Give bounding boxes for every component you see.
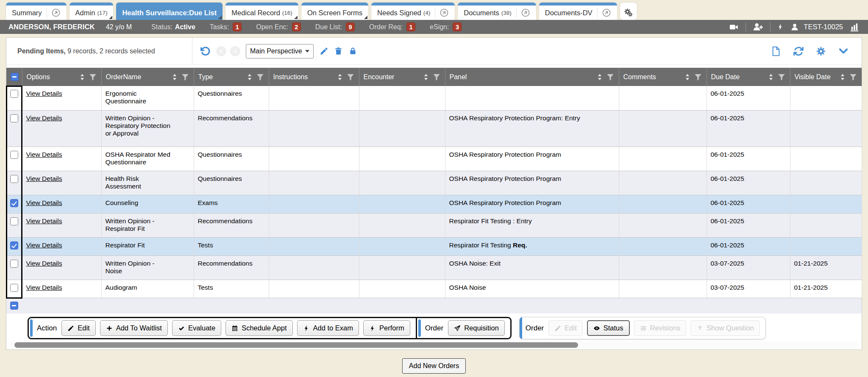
tab-settings-button[interactable] <box>620 3 637 20</box>
select-all-checkbox[interactable] <box>11 73 19 81</box>
add-new-orders-button[interactable]: Add New Orders <box>402 358 466 374</box>
action-add-to-waitlist-button[interactable]: Add To Waitlist <box>100 320 168 336</box>
order-requisition-button[interactable]: Requisition <box>448 320 505 336</box>
view-details-link[interactable]: View Details <box>26 151 62 158</box>
tab-documents[interactable]: Documents(38) <box>458 3 536 20</box>
perspective-select[interactable]: Main Perspective <box>246 44 314 58</box>
col-header-panel[interactable]: Panel <box>445 68 619 86</box>
select-all-footer-checkbox[interactable] <box>10 302 18 310</box>
col-header-encounter[interactable]: Encounter <box>359 68 445 86</box>
quick-actions-button[interactable] <box>777 22 784 31</box>
select-all-header[interactable] <box>6 68 22 86</box>
refresh-button[interactable] <box>793 46 804 57</box>
counter-badge[interactable]: 1 <box>233 22 242 31</box>
scrollbar-thumb[interactable] <box>14 342 578 348</box>
funnel-icon[interactable] <box>181 73 189 81</box>
row-checkbox[interactable] <box>10 284 18 292</box>
row-checkbox[interactable] <box>10 175 18 183</box>
reports-button[interactable] <box>849 22 860 32</box>
view-details-link[interactable]: View Details <box>26 199 62 206</box>
sort-icon[interactable] <box>767 73 775 81</box>
order-status-show-question-button[interactable]: ?Show Question <box>690 320 760 336</box>
popout-icon[interactable] <box>521 8 530 17</box>
action-add-to-exam-button[interactable]: Add to Exam <box>297 320 359 336</box>
counter-badge[interactable]: 1 <box>406 22 415 31</box>
counter-badge[interactable]: 3 <box>453 22 462 31</box>
funnel-icon[interactable] <box>694 73 702 81</box>
col-header-visible-date[interactable]: Visible Date <box>790 68 862 86</box>
col-header-type[interactable]: Type <box>194 68 269 86</box>
popout-icon[interactable] <box>51 8 61 17</box>
sort-icon[interactable] <box>170 73 179 81</box>
row-checkbox[interactable] <box>10 241 18 249</box>
view-details-link[interactable]: View Details <box>26 114 62 122</box>
user-menu-button[interactable] <box>790 23 799 31</box>
order-status-edit-button[interactable]: Edit <box>548 320 582 336</box>
funnel-icon[interactable] <box>432 73 441 81</box>
collapse-button[interactable] <box>838 46 849 57</box>
caret-down-icon <box>305 50 309 53</box>
col-header-options[interactable]: Options <box>22 68 101 86</box>
view-details-link[interactable]: View Details <box>26 241 62 249</box>
row-checkbox[interactable] <box>10 260 18 268</box>
undo-button[interactable] <box>200 46 211 56</box>
row-checkbox[interactable] <box>10 151 18 159</box>
sort-icon[interactable] <box>336 73 344 81</box>
tab-needs-signed[interactable]: Needs Signed(4) <box>371 3 455 20</box>
col-header-due-date[interactable]: Due Date <box>707 68 790 86</box>
counter-badge[interactable]: 2 <box>292 22 301 31</box>
sort-icon[interactable] <box>683 73 692 81</box>
row-checkbox[interactable] <box>10 199 18 207</box>
funnel-icon[interactable] <box>346 73 355 81</box>
user-id[interactable]: TEST-10025 <box>804 23 843 31</box>
action-group-label: Action <box>37 324 57 333</box>
view-details-link[interactable]: View Details <box>26 284 62 291</box>
funnel-icon[interactable] <box>849 73 857 81</box>
action-edit-button[interactable]: Edit <box>61 320 95 336</box>
add-user-button[interactable] <box>752 22 764 32</box>
row-checkbox[interactable] <box>10 217 18 225</box>
view-details-link[interactable]: View Details <box>26 217 62 225</box>
counter-badge[interactable]: 9 <box>346 22 355 31</box>
tab-admin[interactable]: Admin(17) <box>70 3 114 20</box>
tab-on-screen-forms[interactable]: On Screen Forms <box>301 3 368 20</box>
funnel-icon[interactable] <box>89 73 97 81</box>
action-schedule-appt-button[interactable]: Schedule Appt <box>225 320 292 336</box>
sort-icon[interactable] <box>78 73 86 81</box>
tab-documents-dv[interactable]: Documents-DV <box>539 3 617 20</box>
sort-icon[interactable] <box>595 73 604 81</box>
sort-icon[interactable] <box>422 73 430 81</box>
order-status-status-button[interactable]: Status <box>587 320 630 336</box>
grid-settings-button[interactable] <box>815 46 826 57</box>
next-page-button[interactable] <box>230 46 240 56</box>
edit-perspective-button[interactable] <box>320 47 328 55</box>
popout-icon[interactable] <box>440 8 449 17</box>
view-details-link[interactable]: View Details <box>26 175 62 182</box>
video-call-button[interactable] <box>729 22 739 32</box>
col-header-ordername[interactable]: OrderName <box>101 68 194 86</box>
row-checkbox[interactable] <box>10 114 18 122</box>
sort-icon[interactable] <box>838 73 847 81</box>
funnel-icon[interactable] <box>606 73 615 81</box>
tab-count: (4) <box>423 10 431 16</box>
col-header-instructions[interactable]: Instructions <box>269 68 359 86</box>
funnel-icon[interactable] <box>777 73 786 81</box>
view-details-link[interactable]: View Details <box>26 260 62 267</box>
col-header-comments[interactable]: Comments <box>619 68 707 86</box>
horizontal-scrollbar[interactable] <box>9 341 859 348</box>
action-evaluate-button[interactable]: Evaluate <box>172 320 221 336</box>
funnel-icon[interactable] <box>256 73 264 81</box>
action-perform-button[interactable]: Perform <box>363 320 410 336</box>
view-details-link[interactable]: View Details <box>26 90 62 97</box>
tab-medical-record[interactable]: Medical Record(16) <box>225 3 298 20</box>
prev-page-button[interactable] <box>216 46 226 56</box>
sort-icon[interactable] <box>245 73 254 81</box>
tab-summary[interactable]: Summary <box>6 3 67 20</box>
row-checkbox[interactable] <box>10 90 18 98</box>
lock-perspective-button[interactable] <box>348 47 357 55</box>
tab-health-surveillance-due-list[interactable]: Health Surveillance:Due List <box>116 3 223 20</box>
delete-perspective-button[interactable] <box>334 47 343 55</box>
popout-icon[interactable] <box>602 8 611 17</box>
new-document-button[interactable] <box>771 46 782 57</box>
order-status-revisions-button[interactable]: Revisions <box>634 320 687 336</box>
